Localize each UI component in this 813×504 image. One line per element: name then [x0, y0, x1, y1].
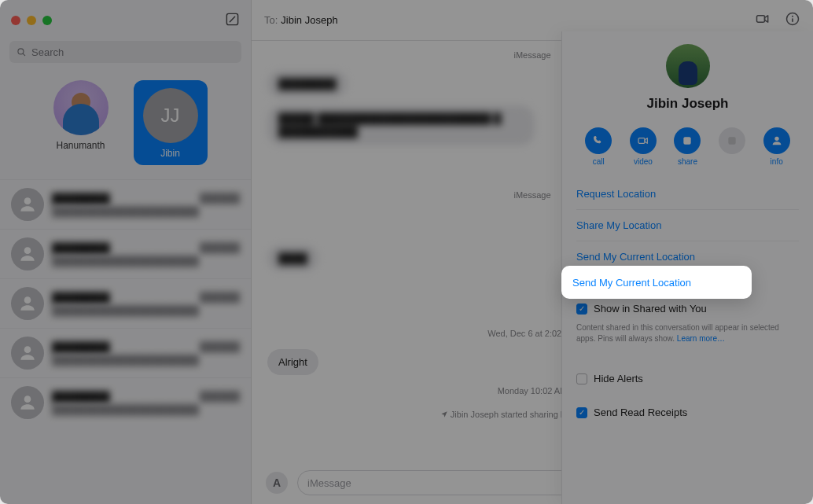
message-in: Alright [267, 349, 318, 376]
avatar [11, 287, 44, 320]
avatar-initials: JJ [161, 105, 180, 127]
conversation-time: ██████ [200, 292, 240, 304]
send-read-receipts-checkbox[interactable]: Send Read Receipts [576, 402, 799, 423]
shared-note: Content shared in this conversation will… [576, 322, 799, 344]
send-read-receipts-label: Send Read Receipts [594, 407, 687, 418]
call-label: call [593, 157, 605, 166]
search-icon [16, 46, 27, 57]
traffic-lights [11, 16, 52, 25]
conversation-preview: ██████████████████████ [52, 206, 240, 217]
share-my-location-link[interactable]: Share My Location [576, 210, 799, 241]
contact-name: Jibin Joseph [562, 96, 813, 112]
request-location-link[interactable]: Request Location [576, 178, 799, 210]
minimize-window-button[interactable] [27, 16, 36, 25]
apps-button[interactable]: A [266, 472, 288, 494]
conversation-title: ████████ [52, 391, 110, 403]
avatar [11, 386, 44, 419]
conversation-time: ██████ [200, 391, 240, 403]
checkbox-icon [576, 373, 587, 384]
conversation-title: ████████ [52, 341, 110, 353]
compose-icon[interactable] [225, 12, 240, 30]
message-placeholder: iMessage [307, 477, 351, 489]
checkbox-icon [576, 304, 587, 315]
message-in: █████ ████████████████████████ █ ███████… [267, 105, 535, 145]
contact-avatar [666, 44, 710, 88]
show-in-shared-checkbox[interactable]: Show in Shared with You [576, 298, 799, 319]
info-button[interactable]: info [763, 127, 790, 166]
show-in-shared-label: Show in Shared with You [594, 303, 707, 315]
conversation-title: ████████ [52, 193, 110, 204]
conversation-title: ████████ [52, 292, 110, 304]
avatar [53, 80, 109, 135]
search-placeholder: Search [31, 46, 64, 58]
details-icon[interactable] [785, 11, 800, 30]
hide-alerts-checkbox[interactable]: Hide Alerts [576, 368, 799, 389]
sidebar: Search Hanumanth JJ Jibin ██████████████… [0, 0, 252, 504]
message-in: ████ [267, 245, 318, 272]
mail-button [719, 127, 745, 166]
zoom-window-button[interactable] [42, 16, 52, 25]
share-button[interactable]: share [674, 127, 701, 166]
conversation-time: ██████ [200, 341, 240, 353]
video-label: video [634, 157, 653, 166]
send-current-location-text: Send My Current Location [572, 277, 691, 289]
pinned-contact-hanumanth[interactable]: Hanumanth [44, 80, 118, 165]
avatar [11, 188, 44, 221]
call-button[interactable]: call [585, 127, 612, 166]
titlebar [0, 0, 251, 41]
share-label: share [678, 157, 697, 166]
pinned-name: Jibin [160, 148, 180, 159]
conversation-preview: ██████████████████████ [52, 404, 240, 415]
list-item[interactable]: ██████████████ ██████████████████████ [0, 229, 251, 278]
list-item[interactable]: ██████████████ ██████████████████████ [0, 328, 251, 377]
search-input[interactable]: Search [9, 41, 241, 63]
video-button[interactable]: video [630, 127, 657, 166]
list-item[interactable]: ██████████████ ██████████████████████ [0, 377, 251, 427]
learn-more-link[interactable]: Learn more… [677, 334, 725, 343]
facetime-icon[interactable] [755, 11, 771, 30]
hide-alerts-label: Hide Alerts [594, 373, 643, 384]
list-item[interactable]: ██████████████ ██████████████████████ [0, 278, 251, 328]
info-label: info [771, 157, 783, 166]
conversation-pane: To: Jibin Joseph iMessage ████████ █████… [252, 0, 813, 504]
contact-actions: call video share info [562, 121, 813, 178]
conversation-preview: ██████████████████████ [52, 256, 240, 267]
conversation-title: ████████ [52, 242, 110, 254]
message-in: ████████ [267, 71, 348, 97]
avatar: JJ [143, 88, 198, 143]
conversation-time: ██████ [200, 193, 240, 204]
pinned-conversations: Hanumanth JJ Jibin [0, 71, 251, 179]
avatar [11, 337, 44, 370]
close-window-button[interactable] [11, 16, 20, 25]
to-name: Jibin Joseph [281, 14, 337, 26]
location-arrow-icon [440, 410, 448, 418]
conversation-preview: ██████████████████████ [52, 305, 240, 316]
checkbox-icon [576, 407, 587, 418]
conversation-preview: ██████████████████████ [52, 355, 240, 366]
conversation-time: ██████ [200, 242, 240, 254]
list-item[interactable]: ██████████████ ██████████████████████ [0, 179, 251, 229]
conversation-list: ██████████████ ██████████████████████ ██… [0, 179, 251, 504]
pinned-name: Hanumanth [56, 140, 105, 151]
avatar [11, 237, 44, 270]
pinned-contact-jibin[interactable]: JJ Jibin [134, 80, 208, 165]
to-label: To: [264, 14, 278, 26]
send-current-location-highlight[interactable]: Send My Current Location [561, 266, 752, 299]
messages-window: Search Hanumanth JJ Jibin ██████████████… [0, 0, 813, 504]
